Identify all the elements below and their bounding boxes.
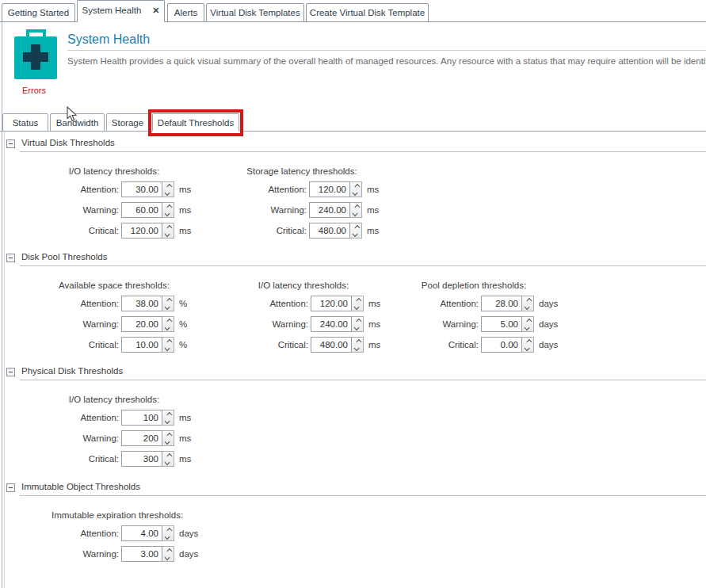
spinner-up-icon[interactable] <box>526 338 532 344</box>
close-icon[interactable]: ✕ <box>152 6 159 16</box>
spinner[interactable] <box>350 223 362 239</box>
spinner[interactable] <box>352 337 364 353</box>
spinner-down-icon[interactable] <box>164 554 170 559</box>
threshold-value-input[interactable] <box>481 316 522 332</box>
spinner-down-icon[interactable] <box>164 231 170 236</box>
spinner-up-icon[interactable] <box>354 183 360 189</box>
spinner[interactable] <box>350 202 362 218</box>
spinner[interactable] <box>352 296 364 311</box>
threshold-value-input[interactable] <box>121 181 162 197</box>
spinner-down-icon[interactable] <box>164 304 170 309</box>
spinner-up-icon[interactable] <box>166 318 172 323</box>
spinner-up-icon[interactable] <box>356 297 361 303</box>
collapse-icon[interactable] <box>6 368 15 376</box>
threshold-value-input[interactable] <box>121 296 162 311</box>
spinner-up-icon[interactable] <box>166 297 172 303</box>
spinner[interactable] <box>162 410 174 426</box>
spinner[interactable] <box>162 525 174 541</box>
spinner-down-icon[interactable] <box>164 324 170 330</box>
threshold-value-input[interactable] <box>121 223 162 239</box>
spinner-down-icon[interactable] <box>353 304 359 309</box>
spinner-down-icon[interactable] <box>164 345 170 350</box>
threshold-label: Warning: <box>241 319 311 329</box>
tab-create-virtual-disk-template[interactable]: Create Virtual Disk Template <box>306 3 429 22</box>
spinner[interactable] <box>162 337 174 353</box>
collapse-icon[interactable] <box>6 483 15 492</box>
spinner-up-icon[interactable] <box>166 183 172 189</box>
spinner-down-icon[interactable] <box>164 189 170 195</box>
tab-status[interactable]: Status <box>2 113 48 132</box>
threshold-value-input[interactable] <box>309 223 350 239</box>
tab-virtual-disk-templates[interactable]: Virtual Disk Templates <box>206 3 304 22</box>
threshold-value-input[interactable] <box>311 337 352 353</box>
spinner[interactable] <box>522 296 534 311</box>
threshold-value-input[interactable] <box>121 337 162 353</box>
spinner[interactable] <box>162 546 174 562</box>
spinner-down-icon[interactable] <box>353 345 359 350</box>
tab-system-health[interactable]: System Health ✕ <box>77 0 165 22</box>
spinner-down-icon[interactable] <box>524 324 529 330</box>
spinner-down-icon[interactable] <box>353 324 359 330</box>
threshold-value-input[interactable] <box>309 202 350 218</box>
spinner-down-icon[interactable] <box>164 533 170 539</box>
spinner-up-icon[interactable] <box>526 297 532 303</box>
tab-getting-started[interactable]: Getting Started <box>2 3 75 22</box>
spinner-up-icon[interactable] <box>166 452 172 458</box>
spinner-up-icon[interactable] <box>166 204 172 209</box>
spinner-up-icon[interactable] <box>166 432 172 437</box>
spinner-down-icon[interactable] <box>164 438 170 444</box>
spinner[interactable] <box>162 430 174 446</box>
threshold-value-input[interactable] <box>121 410 162 426</box>
threshold-value-input[interactable] <box>121 430 162 446</box>
spinner-down-icon[interactable] <box>164 418 170 423</box>
spinner[interactable] <box>162 223 174 239</box>
threshold-value-input[interactable] <box>121 451 162 467</box>
spinner[interactable] <box>522 337 534 353</box>
threshold-value-input[interactable] <box>481 337 522 353</box>
spinner-down-icon[interactable] <box>352 210 357 216</box>
threshold-spinbox <box>121 451 174 467</box>
spinner[interactable] <box>350 181 362 197</box>
threshold-value-input[interactable] <box>121 525 162 541</box>
threshold-value-input[interactable] <box>121 202 162 218</box>
spinner-down-icon[interactable] <box>352 231 357 236</box>
tab-storage[interactable]: Storage <box>106 113 149 132</box>
spinner-down-icon[interactable] <box>164 459 170 464</box>
spinner-down-icon[interactable] <box>352 189 357 195</box>
threshold-value-input[interactable] <box>121 546 162 562</box>
threshold-row: Warning: ms <box>241 316 380 332</box>
threshold-value-input[interactable] <box>481 296 522 311</box>
spinner-up-icon[interactable] <box>354 224 360 230</box>
tab-default-thresholds[interactable]: Default Thresholds <box>152 113 239 132</box>
spinner-up-icon[interactable] <box>166 224 172 230</box>
spinner[interactable] <box>162 451 174 467</box>
threshold-unit: ms <box>367 185 379 194</box>
spinner-up-icon[interactable] <box>356 338 361 344</box>
spinner-up-icon[interactable] <box>166 411 172 417</box>
collapse-icon[interactable] <box>6 139 15 148</box>
collapse-icon[interactable] <box>6 254 15 262</box>
tab-alerts[interactable]: Alerts <box>167 3 204 22</box>
spinner-up-icon[interactable] <box>166 548 172 553</box>
spinner[interactable] <box>162 296 174 311</box>
threshold-value-input[interactable] <box>121 316 162 332</box>
spinner-down-icon[interactable] <box>524 304 529 309</box>
threshold-value-input[interactable] <box>311 316 352 332</box>
tab-bandwidth[interactable]: Bandwidth <box>50 113 105 132</box>
spinner[interactable] <box>162 316 174 332</box>
spinner[interactable] <box>162 181 174 197</box>
spinner-down-icon[interactable] <box>164 210 170 216</box>
spinner[interactable] <box>352 316 364 332</box>
spinner-up-icon[interactable] <box>356 318 361 323</box>
threshold-row: Critical: ms <box>52 451 191 467</box>
spinner-up-icon[interactable] <box>166 527 172 533</box>
threshold-value-input[interactable] <box>309 181 350 197</box>
spinner-up-icon[interactable] <box>166 338 172 344</box>
spinner[interactable] <box>522 316 534 332</box>
tab-label: Bandwidth <box>56 118 99 128</box>
spinner[interactable] <box>162 202 174 218</box>
spinner-up-icon[interactable] <box>354 204 360 209</box>
threshold-value-input[interactable] <box>311 296 352 311</box>
spinner-down-icon[interactable] <box>524 345 529 350</box>
spinner-up-icon[interactable] <box>526 318 532 323</box>
